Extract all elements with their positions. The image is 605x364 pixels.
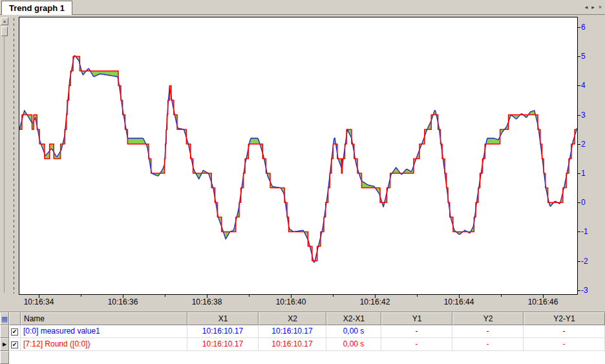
tab-close-icon[interactable]: × <box>599 4 602 11</box>
ruler-slider-track <box>4 37 5 293</box>
y-axis-label: -2 <box>581 256 602 266</box>
x-axis-label: 10:16:40 <box>268 297 313 306</box>
cell-x2-x1: 0,00 s <box>326 325 381 338</box>
tab-trend-graph-1[interactable]: Trend graph 1 <box>1 1 72 15</box>
y-axis-label: 4 <box>581 80 602 91</box>
visibility-checkbox[interactable]: ✔ <box>11 328 18 336</box>
table-icon: ▦ <box>1 315 8 323</box>
y-axis-tick <box>578 231 580 232</box>
y-axis-label: 6 <box>581 22 602 32</box>
table-filler-row <box>0 351 605 364</box>
cell-y2: - <box>452 325 524 338</box>
row-selector-cell[interactable] <box>0 325 9 338</box>
y-axis-label: 0 <box>581 197 602 208</box>
y-axis-tick <box>578 144 580 145</box>
y-axis-tick <box>578 85 580 86</box>
cell-name: [7:12] Round ([0:0]) <box>21 338 187 351</box>
header-checkbox-cell[interactable] <box>9 312 21 325</box>
trend-plot-area[interactable] <box>19 17 578 295</box>
y-axis-tick <box>578 173 580 174</box>
cell-name: [0:0] measured value1 <box>21 325 187 338</box>
x-axis-label: 10:16:44 <box>436 297 482 306</box>
cell-y1: - <box>381 338 452 351</box>
visibility-checkbox[interactable]: ✔ <box>11 341 18 348</box>
y-axis-tick <box>578 290 580 291</box>
ruler-close-button[interactable]: × <box>1 17 8 25</box>
header-y1[interactable]: Y1 <box>381 312 452 325</box>
x-axis-tick <box>501 295 502 297</box>
y-axis-label: -3 <box>581 285 602 295</box>
header-x2[interactable]: X2 <box>259 312 326 325</box>
cell-x1: 10:16:10.17 <box>187 338 259 351</box>
x-axis-tick <box>165 295 165 297</box>
header-selector-cell[interactable]: ▦ <box>0 312 9 325</box>
row-checkbox-cell: ✔ <box>9 338 21 351</box>
tab-scroll-left-icon[interactable]: ◂ <box>585 4 588 11</box>
value-table: ▦ Name X1 X2 X2-X1 Y1 Y2 Y2-Y1 ✔ [0:0] m… <box>0 312 605 364</box>
x-axis-label: 10:16:36 <box>100 297 145 306</box>
cell-y2-y1: - <box>524 325 605 338</box>
header-y2[interactable]: Y2 <box>452 312 524 325</box>
x-axis-label: 10:16:38 <box>184 297 229 306</box>
ruler-cursor-line[interactable] <box>14 18 14 294</box>
cell-y1: - <box>381 325 452 338</box>
cell-x2: 10:16:10.17 <box>259 338 326 351</box>
table-row-round[interactable]: ▶ ✔ [7:12] Round ([0:0]) 10:16:10.17 10:… <box>0 338 605 351</box>
row-selector-cell <box>0 351 9 364</box>
table-row-measured-value[interactable]: ✔ [0:0] measured value1 10:16:10.17 10:1… <box>0 325 605 338</box>
trend-graph-window: Trend graph 1 ◂ ▸ × × 10:16:3410:16:3610… <box>0 0 605 364</box>
cell-x2-x1: 0,00 s <box>326 338 381 351</box>
y-axis-label: 5 <box>581 51 602 61</box>
trend-curves <box>19 17 577 294</box>
y-axis-tick <box>578 202 580 203</box>
header-x1[interactable]: X1 <box>187 312 259 325</box>
row-checkbox-cell: ✔ <box>9 325 21 338</box>
x-axis-label: 10:16:34 <box>16 297 61 306</box>
x-axis-label: 10:16:46 <box>520 297 566 306</box>
tab-scroll-right-icon[interactable]: ▸ <box>591 4 595 11</box>
x-axis-label: 10:16:42 <box>352 297 398 306</box>
y-axis-label: 2 <box>581 139 602 149</box>
x-axis-tick <box>333 295 334 297</box>
tab-bar: Trend graph 1 ◂ ▸ × <box>0 0 605 15</box>
cell-x1: 10:16:10.17 <box>187 325 259 338</box>
x-axis-tick <box>417 295 418 297</box>
ruler-slider-handle[interactable] <box>1 27 8 36</box>
x-axis-tick <box>249 295 249 297</box>
y-axis-tick <box>578 115 580 116</box>
cell-y2-y1: - <box>524 338 605 351</box>
table-header-row: ▦ Name X1 X2 X2-X1 Y1 Y2 Y2-Y1 <box>0 312 605 325</box>
y-axis-tick <box>578 27 580 28</box>
cell-x2: 10:16:10.17 <box>259 325 326 338</box>
tab-bar-controls: ◂ ▸ × <box>585 4 602 11</box>
y-axis-tick <box>578 261 580 262</box>
tab-label: Trend graph 1 <box>9 3 65 13</box>
header-x2-x1[interactable]: X2-X1 <box>326 312 381 325</box>
row-selector-cell[interactable]: ▶ <box>0 338 9 351</box>
y-axis-label: 3 <box>581 110 602 120</box>
y-axis-label: -1 <box>581 226 602 237</box>
cell-y2: - <box>452 338 524 351</box>
y-axis-label: 1 <box>581 168 602 178</box>
x-axis-tick <box>81 295 81 297</box>
y-axis-tick <box>578 56 580 57</box>
header-name[interactable]: Name <box>21 312 187 325</box>
header-y2-y1[interactable]: Y2-Y1 <box>524 312 605 325</box>
